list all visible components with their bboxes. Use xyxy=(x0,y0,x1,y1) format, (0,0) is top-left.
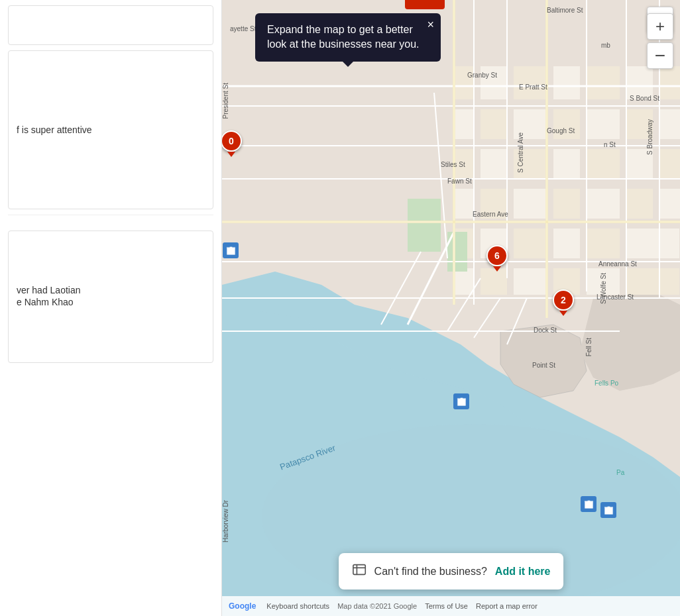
map-tooltip: × Expand the map to get a better look at… xyxy=(255,13,441,62)
svg-rect-32 xyxy=(514,229,547,258)
svg-rect-25 xyxy=(514,189,547,219)
map-pin-2[interactable]: 2 xyxy=(553,289,574,315)
svg-rect-38 xyxy=(514,268,547,295)
svg-rect-24 xyxy=(481,189,507,219)
svg-rect-10 xyxy=(481,109,507,139)
svg-rect-27 xyxy=(587,189,620,219)
tooltip-close-button[interactable]: × xyxy=(427,19,434,30)
svg-rect-34 xyxy=(587,229,620,258)
svg-rect-28 xyxy=(626,189,653,219)
svg-rect-7 xyxy=(626,66,653,99)
review-card-1 xyxy=(8,5,213,45)
cant-find-banner: Can't find the business? Add it here xyxy=(339,553,564,590)
svg-rect-9 xyxy=(454,109,474,139)
svg-rect-23 xyxy=(454,189,474,219)
map-container: ayette St E Pratt St Granby St S Bond St… xyxy=(222,0,680,616)
svg-rect-18 xyxy=(514,149,547,179)
svg-rect-43 xyxy=(408,199,441,252)
review-text-2: f is super attentive xyxy=(17,125,92,135)
tooltip-text: Expand the map to get a better look at t… xyxy=(267,24,419,50)
svg-rect-14 xyxy=(626,109,653,139)
zoom-out-button[interactable]: − xyxy=(647,42,673,69)
map-pin-6[interactable]: 6 xyxy=(486,245,508,270)
svg-rect-33 xyxy=(553,229,580,258)
svg-rect-22 xyxy=(659,149,680,179)
map-data-text: Map data ©2021 Google xyxy=(337,602,417,610)
svg-rect-13 xyxy=(587,109,620,139)
pin-label-2: 2 xyxy=(553,289,574,311)
svg-rect-36 xyxy=(454,268,474,295)
svg-rect-12 xyxy=(553,109,580,139)
map-pin-0[interactable]: 0 xyxy=(222,130,242,156)
review-card-3: ver had Laotian e Nahm Khao xyxy=(8,231,213,363)
svg-rect-8 xyxy=(659,66,680,99)
zoom-in-button[interactable]: + xyxy=(647,13,673,40)
svg-rect-26 xyxy=(553,189,580,219)
blue-marker-2[interactable] xyxy=(453,393,469,409)
blue-marker-4[interactable] xyxy=(600,502,616,518)
svg-rect-2 xyxy=(454,66,474,99)
terms-of-use-link[interactable]: Terms of Use xyxy=(425,602,468,610)
svg-rect-6 xyxy=(587,66,620,99)
pin-label-6: 6 xyxy=(486,245,508,266)
cant-find-text: Can't find the business? xyxy=(374,566,487,578)
red-bar xyxy=(405,0,445,9)
blue-marker-1[interactable] xyxy=(223,242,239,258)
svg-rect-29 xyxy=(659,189,680,219)
map-controls: + − xyxy=(647,13,673,69)
svg-rect-70 xyxy=(353,565,365,575)
svg-rect-37 xyxy=(481,268,507,295)
map-bottom-bar: Google Keyboard shortcuts Map data ©2021… xyxy=(222,596,680,616)
svg-rect-15 xyxy=(659,109,680,139)
svg-rect-5 xyxy=(553,66,580,99)
keyboard-shortcuts-link[interactable]: Keyboard shortcuts xyxy=(266,602,329,610)
svg-rect-35 xyxy=(626,229,679,258)
review-text-3: ver had Laotian e Nahm Khao xyxy=(17,285,81,307)
review-card-2: f is super attentive xyxy=(8,50,213,209)
svg-rect-41 xyxy=(626,268,679,295)
left-panel: f is super attentive ver had Laotian e N… xyxy=(0,0,222,616)
add-it-here-link[interactable]: Add it here xyxy=(495,566,551,578)
svg-rect-40 xyxy=(587,268,620,295)
pin-label-0: 0 xyxy=(222,130,242,152)
google-logo: Google xyxy=(229,601,256,611)
report-error-link[interactable]: Report a map error xyxy=(476,602,538,610)
svg-rect-17 xyxy=(481,149,507,179)
svg-rect-21 xyxy=(626,149,653,179)
svg-rect-19 xyxy=(553,149,580,179)
blue-marker-3[interactable] xyxy=(581,496,596,512)
svg-rect-4 xyxy=(514,66,547,99)
svg-rect-11 xyxy=(514,109,547,139)
svg-rect-16 xyxy=(454,149,474,179)
svg-rect-20 xyxy=(587,149,620,179)
cant-find-icon xyxy=(352,562,367,580)
svg-rect-3 xyxy=(481,66,507,99)
